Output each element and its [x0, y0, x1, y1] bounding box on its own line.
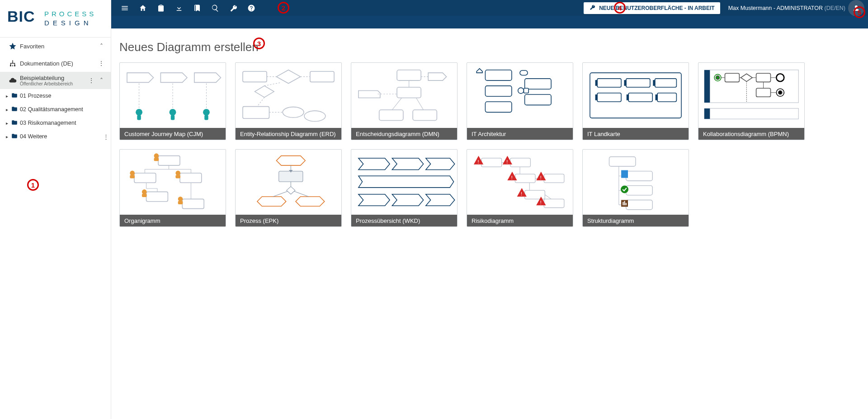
svg-text:!: !	[540, 175, 542, 180]
menu-button[interactable]	[116, 0, 134, 16]
sidebar-item-workspace[interactable]: Beispielabteilung Öffentlicher Arbeitsbe…	[0, 72, 111, 89]
svg-marker-15	[255, 86, 274, 98]
svg-rect-26	[379, 110, 403, 120]
svg-text:PROCESS: PROCESS	[44, 10, 96, 18]
svg-marker-99	[296, 197, 325, 206]
wrench-button[interactable]	[224, 0, 242, 16]
card-preview	[583, 63, 689, 128]
svg-rect-100	[279, 171, 303, 182]
svg-point-66	[778, 90, 783, 94]
star-icon	[7, 42, 18, 50]
svg-text:!: !	[540, 200, 542, 205]
cloud-icon	[7, 76, 18, 85]
diagram-card-struct[interactable]: Strukturdiagramm	[582, 149, 689, 227]
kebab-menu-icon[interactable]: ⋮	[86, 77, 96, 84]
svg-rect-24	[397, 70, 421, 80]
folder-icon	[10, 106, 19, 113]
sidebar-item-label: Favoriten	[18, 43, 96, 50]
svg-rect-74	[158, 155, 180, 165]
sidebar-item-favoriten[interactable]: Favoriten ˄	[0, 38, 111, 55]
svg-marker-98	[257, 197, 286, 206]
download-button[interactable]	[170, 0, 188, 16]
svg-rect-75	[134, 173, 156, 183]
diagram-card-dmn[interactable]: Entscheidungsdiagramm (DMN)	[351, 62, 458, 140]
svg-rect-108	[510, 158, 531, 167]
card-preview	[351, 63, 457, 128]
kebab-menu-icon[interactable]: ⋮	[101, 133, 111, 140]
diagram-card-bpmn[interactable]: Kollaborationsdiagramm (BPMN)	[698, 62, 805, 140]
kebab-menu-icon[interactable]: ⋮	[96, 60, 106, 67]
svg-rect-90	[130, 175, 135, 178]
svg-rect-37	[525, 94, 551, 105]
svg-rect-109	[515, 174, 535, 183]
svg-rect-107	[481, 158, 502, 167]
card-caption: Kollaborationsdiagramm (BPMN)	[698, 128, 804, 140]
diagram-card-epk[interactable]: Prozess (EPK)	[235, 149, 342, 227]
svg-rect-42	[597, 79, 621, 87]
svg-rect-88	[154, 158, 159, 161]
new-ui-badge[interactable]: NEUE BENUTZEROBERFLÄCHE - IN ARBEIT	[584, 2, 720, 14]
svg-rect-130	[609, 157, 636, 166]
caret-right-icon: ▸	[4, 121, 10, 126]
card-caption: Customer Journey Map (CJM)	[120, 128, 226, 140]
svg-rect-47	[657, 93, 677, 102]
svg-rect-60	[725, 73, 740, 82]
card-preview	[236, 150, 341, 215]
tree-item[interactable]: ▸ 02 Qualitätsmanagement	[0, 103, 111, 116]
diagram-card-erd[interactable]: Entity-Relationship Diagramm (ERD)	[235, 62, 342, 140]
page-title: Neues Diagramm erstellen	[119, 40, 861, 54]
chevron-up-icon: ˄	[96, 77, 106, 84]
svg-rect-43	[626, 79, 650, 87]
svg-rect-132	[626, 185, 652, 195]
diagram-card-risk[interactable]: ! ! ! ! ! ! Risikodiagramm	[467, 149, 573, 227]
card-preview	[583, 150, 689, 215]
svg-rect-141	[623, 202, 623, 205]
caret-right-icon: ▸	[4, 107, 10, 112]
tree-item[interactable]: ▸ 03 Risikomanagement	[0, 116, 111, 130]
svg-rect-76	[180, 173, 202, 183]
tree-item[interactable]: ▸ 04 Weitere ⋮	[0, 130, 111, 143]
svg-rect-27	[413, 110, 437, 120]
card-preview	[120, 150, 226, 215]
svg-line-105	[273, 191, 288, 197]
svg-rect-138	[621, 170, 628, 178]
help-button[interactable]	[242, 0, 260, 16]
svg-point-95	[178, 197, 183, 202]
svg-rect-56	[704, 108, 710, 119]
svg-point-6	[136, 109, 142, 116]
svg-rect-12	[243, 71, 267, 82]
diagram-card-org[interactable]: Organigramm	[119, 149, 226, 227]
folder-icon	[10, 92, 19, 100]
svg-rect-54	[704, 70, 710, 103]
svg-marker-104	[287, 187, 295, 194]
clipboard-button[interactable]	[152, 0, 170, 16]
diagram-card-wkd[interactable]: Prozessübersicht (WKD)	[351, 149, 458, 227]
tree-item-label: 03 Risikomanagement	[19, 120, 111, 126]
search-button[interactable]	[206, 0, 224, 16]
sidebar-nav: Favoriten ˄ Dokumentation (DE) ⋮ Beispie…	[0, 37, 111, 143]
sidebar-item-dokumentation[interactable]: Dokumentation (DE) ⋮	[0, 55, 111, 72]
diagram-card-cjm[interactable]: Customer Journey Map (CJM)	[119, 62, 226, 140]
book-button[interactable]	[188, 0, 206, 16]
svg-rect-33	[485, 70, 511, 80]
app-logo: BIC PROCESS DESIGN	[0, 0, 111, 37]
card-caption: Prozess (EPK)	[236, 215, 341, 226]
sidebar-item-label: Beispielabteilung Öffentlicher Arbeitsbe…	[18, 75, 86, 86]
tree-item[interactable]: ▸ 01 Prozesse	[0, 89, 111, 103]
home-button[interactable]	[134, 0, 152, 16]
svg-rect-44	[655, 79, 677, 87]
svg-rect-45	[597, 93, 621, 102]
card-caption: IT Landkarte	[583, 128, 689, 140]
diagram-card-it-map[interactable]: IT Landkarte	[582, 62, 689, 140]
tree-item-label: 02 Qualitätsmanagement	[19, 106, 111, 113]
svg-rect-36	[525, 79, 551, 89]
card-caption: Prozessübersicht (WKD)	[351, 215, 457, 226]
card-preview: ! ! ! ! ! !	[467, 150, 573, 215]
svg-line-106	[294, 191, 309, 197]
svg-text:DESIGN: DESIGN	[44, 19, 92, 27]
content-area: Neues Diagramm erstellen 3 Custo	[111, 28, 868, 419]
diagram-card-it-arch[interactable]: IT Architektur	[467, 62, 573, 140]
user-avatar[interactable]	[848, 0, 864, 16]
chevron-up-icon: ˄	[96, 42, 106, 50]
svg-rect-25	[397, 87, 421, 98]
